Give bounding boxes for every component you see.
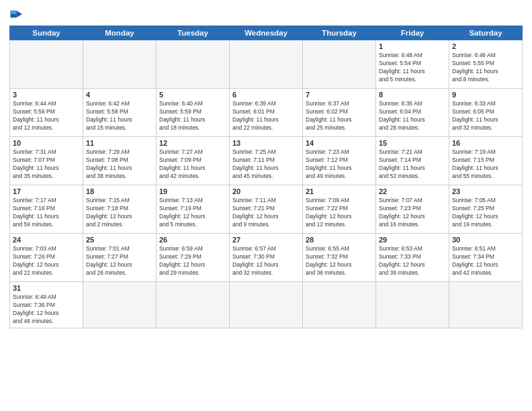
- day-number: 26: [159, 236, 226, 244]
- calendar-cell: 4Sunrise: 6:42 AM Sunset: 5:58 PM Daylig…: [83, 89, 157, 137]
- calendar-cell: 14Sunrise: 7:23 AM Sunset: 7:12 PM Dayli…: [303, 137, 376, 185]
- day-number: 5: [159, 91, 226, 99]
- calendar-cell: 6Sunrise: 6:39 AM Sunset: 6:01 PM Daylig…: [230, 89, 303, 137]
- calendar-cell: 16Sunrise: 7:19 AM Sunset: 7:15 PM Dayli…: [449, 137, 523, 185]
- day-info: Sunrise: 6:39 AM Sunset: 6:01 PM Dayligh…: [232, 100, 300, 132]
- day-info: Sunrise: 7:25 AM Sunset: 7:11 PM Dayligh…: [232, 148, 300, 181]
- day-number: 13: [232, 139, 300, 147]
- calendar-cell: 2Sunrise: 6:46 AM Sunset: 5:55 PM Daylig…: [449, 40, 523, 89]
- day-number: 1: [379, 42, 446, 50]
- calendar-cell: [157, 40, 230, 89]
- day-number: 27: [232, 236, 300, 244]
- calendar-cell: [230, 282, 303, 328]
- calendar-table: SundayMondayTuesdayWednesdayThursdayFrid…: [9, 26, 523, 328]
- weekday-header-wednesday: Wednesday: [230, 26, 303, 40]
- header: [9, 7, 523, 21]
- day-number: 12: [159, 139, 226, 147]
- calendar-cell: [157, 282, 230, 328]
- weekday-header-saturday: Saturday: [449, 26, 523, 40]
- day-number: 20: [232, 187, 300, 195]
- day-info: Sunrise: 6:53 AM Sunset: 7:33 PM Dayligh…: [379, 245, 446, 277]
- calendar-cell: 30Sunrise: 6:51 AM Sunset: 7:34 PM Dayli…: [449, 234, 523, 282]
- day-info: Sunrise: 6:37 AM Sunset: 6:02 PM Dayligh…: [306, 100, 373, 132]
- day-info: Sunrise: 6:46 AM Sunset: 5:55 PM Dayligh…: [452, 52, 519, 84]
- day-number: 11: [86, 139, 153, 147]
- day-number: 3: [13, 91, 80, 99]
- day-number: 19: [159, 187, 226, 195]
- calendar-cell: 21Sunrise: 7:09 AM Sunset: 7:22 PM Dayli…: [303, 185, 376, 234]
- calendar-week-4: 17Sunrise: 7:17 AM Sunset: 7:16 PM Dayli…: [10, 185, 523, 234]
- calendar-cell: [230, 40, 303, 89]
- day-number: 6: [232, 91, 300, 99]
- calendar-cell: 29Sunrise: 6:53 AM Sunset: 7:33 PM Dayli…: [376, 234, 449, 282]
- day-info: Sunrise: 7:27 AM Sunset: 7:09 PM Dayligh…: [159, 148, 226, 181]
- day-number: 7: [306, 91, 373, 99]
- logo: [9, 7, 27, 21]
- day-info: Sunrise: 7:23 AM Sunset: 7:12 PM Dayligh…: [306, 148, 373, 181]
- day-number: 9: [452, 91, 519, 99]
- day-info: Sunrise: 6:33 AM Sunset: 6:05 PM Dayligh…: [452, 100, 519, 132]
- weekday-header-monday: Monday: [83, 26, 157, 40]
- day-info: Sunrise: 6:48 AM Sunset: 5:54 PM Dayligh…: [379, 52, 446, 84]
- day-info: Sunrise: 6:51 AM Sunset: 7:34 PM Dayligh…: [452, 245, 519, 277]
- day-number: 25: [86, 236, 153, 244]
- weekday-header-tuesday: Tuesday: [157, 26, 230, 40]
- generalblue-logo-icon: [9, 7, 24, 21]
- day-number: 23: [452, 187, 519, 195]
- calendar-cell: [303, 40, 376, 89]
- calendar-cell: 24Sunrise: 7:03 AM Sunset: 7:26 PM Dayli…: [10, 234, 83, 282]
- calendar-cell: [303, 282, 376, 328]
- calendar-cell: 23Sunrise: 7:05 AM Sunset: 7:25 PM Dayli…: [449, 185, 523, 234]
- calendar-cell: 26Sunrise: 6:59 AM Sunset: 7:29 PM Dayli…: [157, 234, 230, 282]
- day-number: 30: [452, 236, 519, 244]
- day-number: 22: [379, 187, 446, 195]
- calendar-cell: 15Sunrise: 7:21 AM Sunset: 7:14 PM Dayli…: [376, 137, 449, 185]
- calendar-cell: 28Sunrise: 6:55 AM Sunset: 7:32 PM Dayli…: [303, 234, 376, 282]
- day-info: Sunrise: 7:19 AM Sunset: 7:15 PM Dayligh…: [452, 148, 519, 181]
- day-info: Sunrise: 6:44 AM Sunset: 5:56 PM Dayligh…: [13, 100, 80, 132]
- calendar-cell: 11Sunrise: 7:29 AM Sunset: 7:08 PM Dayli…: [83, 137, 157, 185]
- calendar-cell: 22Sunrise: 7:07 AM Sunset: 7:23 PM Dayli…: [376, 185, 449, 234]
- day-number: 18: [86, 187, 153, 195]
- calendar-cell: 9Sunrise: 6:33 AM Sunset: 6:05 PM Daylig…: [449, 89, 523, 137]
- day-number: 10: [13, 139, 80, 147]
- svg-rect-2: [10, 11, 16, 14]
- day-number: 16: [452, 139, 519, 147]
- calendar-cell: 13Sunrise: 7:25 AM Sunset: 7:11 PM Dayli…: [230, 137, 303, 185]
- calendar-cell: 31Sunrise: 6:49 AM Sunset: 7:36 PM Dayli…: [10, 282, 83, 328]
- calendar-week-3: 10Sunrise: 7:31 AM Sunset: 7:07 PM Dayli…: [10, 137, 523, 185]
- weekday-header-friday: Friday: [376, 26, 449, 40]
- calendar-cell: 8Sunrise: 6:35 AM Sunset: 6:04 PM Daylig…: [376, 89, 449, 137]
- calendar-cell: 7Sunrise: 6:37 AM Sunset: 6:02 PM Daylig…: [303, 89, 376, 137]
- day-number: 14: [306, 139, 373, 147]
- calendar-header: SundayMondayTuesdayWednesdayThursdayFrid…: [10, 26, 523, 40]
- calendar-cell: [83, 282, 157, 328]
- calendar-cell: [449, 282, 523, 328]
- calendar-cell: 19Sunrise: 7:13 AM Sunset: 7:19 PM Dayli…: [157, 185, 230, 234]
- calendar-week-1: 1Sunrise: 6:48 AM Sunset: 5:54 PM Daylig…: [10, 40, 523, 89]
- calendar-cell: [376, 282, 449, 328]
- day-info: Sunrise: 6:42 AM Sunset: 5:58 PM Dayligh…: [86, 100, 153, 132]
- calendar-week-2: 3Sunrise: 6:44 AM Sunset: 5:56 PM Daylig…: [10, 89, 523, 137]
- weekday-header-thursday: Thursday: [303, 26, 376, 40]
- day-info: Sunrise: 6:59 AM Sunset: 7:29 PM Dayligh…: [159, 245, 226, 277]
- day-info: Sunrise: 7:31 AM Sunset: 7:07 PM Dayligh…: [13, 148, 80, 181]
- day-info: Sunrise: 7:21 AM Sunset: 7:14 PM Dayligh…: [379, 148, 446, 181]
- calendar-cell: 1Sunrise: 6:48 AM Sunset: 5:54 PM Daylig…: [376, 40, 449, 89]
- day-number: 17: [13, 187, 80, 195]
- calendar-week-6: 31Sunrise: 6:49 AM Sunset: 7:36 PM Dayli…: [10, 282, 523, 328]
- day-info: Sunrise: 6:57 AM Sunset: 7:30 PM Dayligh…: [232, 245, 300, 277]
- calendar-cell: 27Sunrise: 6:57 AM Sunset: 7:30 PM Dayli…: [230, 234, 303, 282]
- day-number: 24: [13, 236, 80, 244]
- calendar-cell: [10, 40, 83, 89]
- day-info: Sunrise: 6:35 AM Sunset: 6:04 PM Dayligh…: [379, 100, 446, 132]
- day-number: 15: [379, 139, 446, 147]
- day-number: 29: [379, 236, 446, 244]
- calendar-cell: 18Sunrise: 7:15 AM Sunset: 7:18 PM Dayli…: [83, 185, 157, 234]
- day-number: 8: [379, 91, 446, 99]
- day-number: 21: [306, 187, 373, 195]
- weekday-header-sunday: Sunday: [10, 26, 83, 40]
- day-number: 4: [86, 91, 153, 99]
- svg-marker-1: [16, 11, 22, 17]
- page: SundayMondayTuesdayWednesdayThursdayFrid…: [0, 0, 532, 411]
